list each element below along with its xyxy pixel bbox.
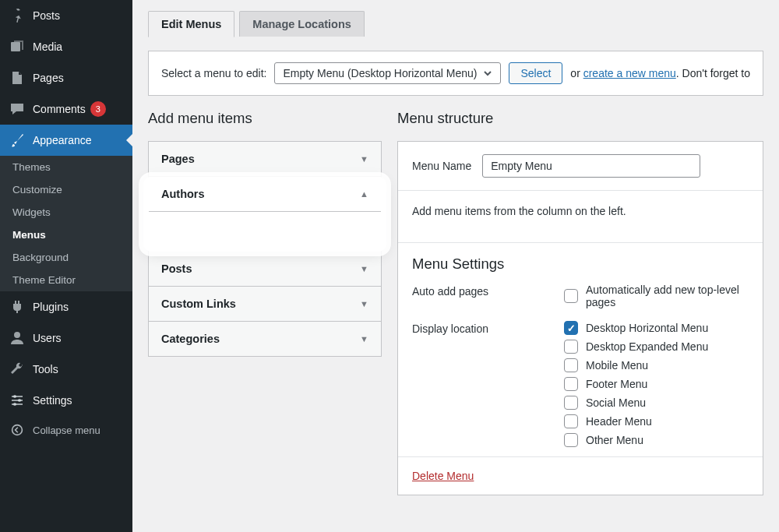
menu-name-row: Menu Name <box>398 142 763 191</box>
svg-rect-0 <box>11 42 20 51</box>
acc-posts: Posts ▼ <box>149 252 381 287</box>
svg-point-5 <box>13 395 16 398</box>
user-icon <box>9 330 25 346</box>
checkbox-location-2[interactable] <box>564 358 578 372</box>
subitem-themes[interactable]: Themes <box>0 156 132 178</box>
sidebar-label: Tools <box>33 363 58 375</box>
media-icon <box>9 39 25 55</box>
delete-menu-link[interactable]: Delete Menu <box>412 470 474 482</box>
menu-structure-panel: Menu Name Add menu items from the column… <box>397 141 763 495</box>
location-option[interactable]: Other Menu <box>564 433 708 447</box>
collapse-label: Collapse menu <box>33 425 100 436</box>
subitem-menus[interactable]: Menus <box>0 224 132 246</box>
structure-title: Menu structure <box>397 110 763 127</box>
location-option[interactable]: Desktop Expanded Menu <box>564 340 708 354</box>
acc-pages: Pages ▼ <box>149 142 381 177</box>
sidebar-item-settings[interactable]: Settings <box>0 385 132 416</box>
checkbox-label: Social Menu <box>586 396 646 409</box>
sidebar-item-media[interactable]: Media <box>0 31 132 62</box>
location-option[interactable]: Footer Menu <box>564 377 708 391</box>
svg-point-1 <box>14 332 20 338</box>
structure-hint: Add menu items from the column on the le… <box>398 191 763 243</box>
svg-point-6 <box>18 399 21 402</box>
acc-authors: Authors ▲ <box>149 177 381 252</box>
checkbox-label: Automatically add new top-level pages <box>586 284 749 308</box>
collapse-menu[interactable]: Collapse menu <box>0 416 132 444</box>
admin-sidebar: Posts Media Pages Comments 3 Appea <box>0 0 132 532</box>
sidebar-label: Pages <box>33 72 64 84</box>
add-items-title: Add menu items <box>148 110 382 127</box>
checkbox-location-0[interactable] <box>564 321 578 335</box>
acc-title: Categories <box>161 333 220 345</box>
menu-structure-column: Menu structure Menu Name Add menu items … <box>397 110 763 495</box>
auto-add-option[interactable]: Automatically add new top-level pages <box>564 284 749 308</box>
select-button[interactable]: Select <box>509 62 562 84</box>
tab-manage-locations[interactable]: Manage Locations <box>239 11 365 37</box>
location-option[interactable]: Header Menu <box>564 414 708 428</box>
checkbox-label: Footer Menu <box>586 378 647 390</box>
checkbox-location-5[interactable] <box>564 414 578 428</box>
location-option[interactable]: Mobile Menu <box>564 358 708 372</box>
sidebar-item-pages[interactable]: Pages <box>0 62 132 93</box>
sidebar-item-comments[interactable]: Comments 3 <box>0 93 132 125</box>
checkbox-label: Mobile Menu <box>586 359 648 372</box>
checkbox-label: Header Menu <box>586 415 652 428</box>
acc-header-custom-links[interactable]: Custom Links ▼ <box>149 287 381 321</box>
checkbox-location-3[interactable] <box>564 377 578 391</box>
page-icon <box>9 70 25 86</box>
acc-header-pages[interactable]: Pages ▼ <box>149 142 381 176</box>
select-menu-label: Select a menu to edit: <box>161 67 266 79</box>
acc-title: Posts <box>161 262 192 275</box>
sidebar-item-posts[interactable]: Posts <box>0 0 132 31</box>
wrench-icon <box>9 361 25 377</box>
svg-point-7 <box>13 403 16 406</box>
create-new-menu-link[interactable]: create a new menu <box>583 67 676 79</box>
tab-edit-menus[interactable]: Edit Menus <box>148 11 234 37</box>
sidebar-label: Posts <box>33 9 60 22</box>
sidebar-label: Appearance <box>33 134 92 146</box>
subitem-theme-editor[interactable]: Theme Editor <box>0 269 132 291</box>
acc-header-categories[interactable]: Categories ▼ <box>149 322 381 356</box>
caret-up-icon: ▲ <box>360 189 368 199</box>
caret-down-icon: ▼ <box>360 264 368 273</box>
subitem-background[interactable]: Background <box>0 246 132 269</box>
caret-down-icon: ▼ <box>360 334 368 344</box>
settings-icon <box>9 393 25 408</box>
caret-down-icon: ▼ <box>360 299 368 308</box>
checkbox-location-4[interactable] <box>564 396 578 410</box>
menu-name-label: Menu Name <box>412 160 471 172</box>
acc-authors-highlight: Authors ▲ <box>143 177 386 252</box>
menu-select-dropdown[interactable]: Empty Menu (Desktop Horizontal Menu) <box>274 62 501 84</box>
checkbox-label: Desktop Horizontal Menu <box>586 322 708 334</box>
acc-categories: Categories ▼ <box>149 322 381 356</box>
main-content: Edit Menus Manage Locations Select a men… <box>132 0 779 532</box>
location-option[interactable]: Social Menu <box>564 396 708 410</box>
checkbox-location-1[interactable] <box>564 340 578 354</box>
sidebar-item-appearance[interactable]: Appearance <box>0 125 132 156</box>
sidebar-item-tools[interactable]: Tools <box>0 354 132 385</box>
nav-tabs: Edit Menus Manage Locations <box>132 0 779 37</box>
svg-point-8 <box>12 425 23 435</box>
checkbox-auto-add[interactable] <box>564 289 578 303</box>
sidebar-item-plugins[interactable]: Plugins <box>0 291 132 322</box>
plugin-icon <box>9 299 25 315</box>
subitem-customize[interactable]: Customize <box>0 178 132 201</box>
acc-header-authors[interactable]: Authors ▲ <box>149 177 381 211</box>
subitem-widgets[interactable]: Widgets <box>0 201 132 224</box>
acc-title: Pages <box>161 153 195 165</box>
display-location-row: Display location Desktop Horizontal Menu… <box>398 318 763 456</box>
collapse-icon <box>9 424 25 436</box>
menu-select-bar: Select a menu to edit: Empty Menu (Deskt… <box>148 51 763 96</box>
acc-header-posts[interactable]: Posts ▼ <box>149 252 381 286</box>
menu-name-input[interactable] <box>482 154 700 178</box>
location-option[interactable]: Desktop Horizontal Menu <box>564 321 708 335</box>
acc-body-authors <box>149 211 381 252</box>
add-menu-items-column: Add menu items Pages ▼ Authors ▲ <box>148 110 382 495</box>
sidebar-item-users[interactable]: Users <box>0 322 132 354</box>
checkbox-location-6[interactable] <box>564 433 578 447</box>
acc-title: Custom Links <box>161 298 236 310</box>
chevron-down-icon <box>483 69 492 78</box>
caret-down-icon: ▼ <box>360 154 368 164</box>
auto-add-label: Auto add pages <box>412 284 564 298</box>
acc-title: Authors <box>161 188 205 200</box>
